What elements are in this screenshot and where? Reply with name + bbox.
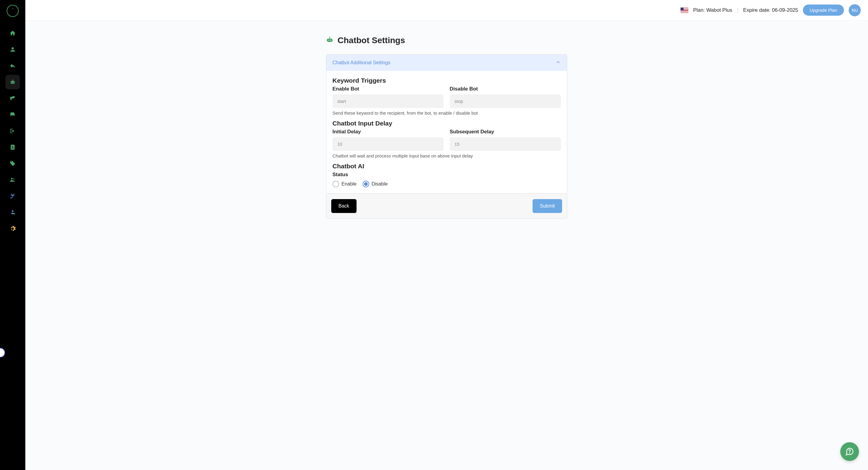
nav-settings[interactable] [5, 222, 20, 236]
gear-icon [9, 225, 16, 232]
nav-reply[interactable] [5, 59, 20, 73]
svg-point-2 [11, 82, 12, 83]
radio-disable-label: Disable [372, 181, 388, 187]
initial-delay-label: Initial Delay [333, 129, 444, 135]
svg-point-8 [11, 178, 13, 180]
subsequent-delay-input[interactable] [450, 137, 561, 151]
svg-rect-6 [11, 145, 15, 150]
radio-enable-label: Enable [341, 181, 356, 187]
svg-point-0 [11, 47, 13, 50]
chat-icon [9, 111, 16, 118]
nav-plugin[interactable] [5, 189, 20, 203]
svg-point-5 [12, 79, 13, 80]
page-header: Chatbot Settings [326, 36, 567, 45]
svg-rect-17 [327, 39, 327, 41]
svg-point-16 [330, 37, 330, 38]
nav-logout[interactable] [5, 124, 20, 138]
panel-header-toggle[interactable]: Chatbot Additional Settings [327, 55, 567, 71]
nav-campaign[interactable] [5, 91, 20, 106]
expire-label: Expire date: 06-09-2025 [743, 7, 798, 13]
disable-bot-label: Disable Bot [450, 86, 561, 92]
chatbot-ai-title: Chatbot AI [333, 163, 561, 170]
enable-bot-input[interactable] [333, 94, 444, 108]
chat-help-icon [845, 447, 854, 456]
divider: | [737, 7, 738, 13]
users-icon [9, 176, 16, 183]
help-fab[interactable] [840, 442, 859, 461]
svg-point-14 [330, 40, 331, 41]
plug-icon [9, 193, 16, 199]
nav-chat[interactable] [5, 108, 20, 122]
radio-disable[interactable]: Disable [363, 181, 388, 187]
nav-team[interactable] [5, 173, 20, 187]
radio-circle-icon [363, 181, 369, 187]
tags-icon [9, 160, 16, 167]
robot-icon [326, 36, 333, 45]
chevron-up-icon [555, 59, 561, 66]
svg-point-10 [12, 210, 13, 212]
disable-bot-input[interactable] [450, 94, 561, 108]
svg-point-7 [12, 146, 13, 147]
sidebar [0, 0, 25, 470]
nav-home[interactable] [5, 26, 20, 40]
settings-panel: Chatbot Additional Settings Keyword Trig… [326, 54, 567, 194]
topbar: Plan: Wabot Plus | Expire date: 06-09-20… [25, 0, 868, 21]
keyword-triggers-title: Keyword Triggers [333, 77, 561, 84]
robot-icon [9, 79, 16, 85]
nav-user[interactable] [5, 42, 20, 57]
panel-footer: Back Submit [326, 194, 567, 219]
plan-label: Plan: Wabot Plus [693, 7, 733, 13]
nav-tags[interactable] [5, 156, 20, 171]
svg-point-3 [13, 82, 14, 83]
support-icon [9, 209, 16, 216]
flag-icon[interactable] [681, 7, 688, 13]
svg-point-13 [329, 40, 330, 41]
delay-help-text: Chatbot will wait and process multiple i… [333, 153, 561, 158]
submit-button[interactable]: Submit [532, 199, 562, 213]
nav-chatbot[interactable] [5, 75, 20, 89]
upgrade-plan-button[interactable]: Upgrade Plan [803, 4, 844, 16]
logout-icon [9, 127, 16, 134]
svg-point-9 [13, 178, 14, 180]
nav-support[interactable] [5, 205, 20, 219]
radio-circle-icon [333, 181, 339, 187]
address-book-icon [9, 144, 16, 150]
back-button[interactable]: Back [331, 199, 356, 213]
panel-header-title: Chatbot Additional Settings [333, 60, 390, 65]
svg-rect-12 [327, 39, 332, 42]
bullhorn-icon [9, 95, 16, 102]
keyword-help-text: Send these keyword to the recipient, fro… [333, 110, 561, 116]
reply-icon [9, 62, 16, 69]
subsequent-delay-label: Subsequent Delay [450, 129, 561, 135]
radio-enable[interactable]: Enable [333, 181, 356, 187]
nav-contacts[interactable] [5, 140, 20, 154]
initial-delay-input[interactable] [333, 137, 444, 151]
app-logo-icon [7, 5, 19, 17]
svg-rect-1 [11, 81, 15, 84]
avatar[interactable]: NU [849, 4, 861, 16]
enable-bot-label: Enable Bot [333, 86, 444, 92]
input-delay-title: Chatbot Input Delay [333, 120, 561, 127]
home-icon [9, 30, 16, 36]
page-title: Chatbot Settings [338, 36, 405, 45]
svg-rect-18 [332, 39, 333, 41]
status-label: Status [333, 172, 561, 178]
user-icon [9, 46, 16, 53]
svg-point-11 [13, 213, 15, 214]
